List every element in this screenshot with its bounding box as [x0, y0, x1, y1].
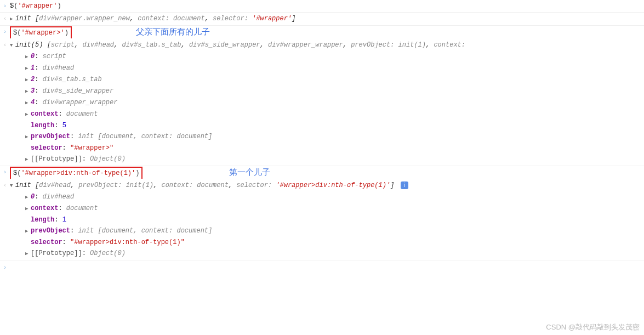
console-input-row[interactable]: › $('#wrapper>div:nth-of-type(1)') 第一个儿子	[0, 166, 644, 179]
property-row[interactable]: ▶4: div#wrapper_wrapper	[10, 97, 644, 109]
console-input-row[interactable]: › $('#wrapper>') 父亲下面所有的儿子	[0, 26, 644, 39]
expand-caret-icon[interactable]: ▶	[25, 154, 31, 165]
collapse-caret-icon[interactable]: ▼	[10, 180, 15, 191]
property-row[interactable]: ▶3: div#s_side_wrapper	[10, 86, 644, 97]
input-chevron-icon: ›	[0, 26, 10, 37]
console-output-row[interactable]: ‹ ▼init [div#head, prevObject: init(1), …	[0, 179, 644, 260]
highlighted-input: $('#wrapper>')	[10, 26, 72, 38]
expand-caret-icon[interactable]: ▶	[25, 226, 31, 237]
property-row[interactable]: length: 1	[10, 214, 644, 225]
result-summary: init	[15, 181, 35, 189]
console-output-row[interactable]: ‹ ▼init(5) [script, div#head, div#s_tab.…	[0, 39, 644, 166]
property-row[interactable]: ▶[[Prototype]]: Object(0)	[10, 154, 644, 165]
output-chevron-icon: ‹	[0, 13, 10, 24]
input-chevron-icon: ›	[0, 167, 10, 178]
property-row[interactable]: ▶prevObject: init [document, context: do…	[10, 225, 644, 237]
expand-caret-icon[interactable]: ▶	[25, 63, 31, 74]
console-input-row[interactable]: › $('#wrapper')	[0, 0, 644, 13]
output-chevron-icon: ‹	[0, 39, 10, 50]
output-chevron-icon: ‹	[0, 180, 10, 191]
collapse-caret-icon[interactable]: ▼	[10, 40, 15, 51]
property-row[interactable]: ▶context: document	[10, 203, 644, 214]
expand-caret-icon[interactable]: ▶	[25, 248, 31, 259]
expand-caret-icon[interactable]: ▶	[25, 132, 31, 143]
property-row[interactable]: ▶1: div#head	[10, 63, 644, 74]
info-icon[interactable]: i	[401, 181, 408, 189]
annotation-label: 父亲下面所有的儿子	[136, 26, 210, 37]
property-row[interactable]: ▶0: script	[10, 51, 644, 63]
expand-caret-icon[interactable]: ▶	[25, 109, 31, 120]
property-row[interactable]: ▶[[Prototype]]: Object(0)	[10, 248, 644, 259]
console-output-row[interactable]: ‹ ▶init [div#wrapper.wrapper_new, contex…	[0, 13, 644, 26]
property-row[interactable]: selector: "#wrapper>div:nth-of-type(1)"	[10, 237, 644, 248]
highlighted-input: $('#wrapper>div:nth-of-type(1)')	[10, 167, 143, 179]
expand-caret-icon[interactable]: ▶	[10, 14, 15, 25]
watermark-text: CSDN @敲代码敲到头发茂密	[546, 322, 640, 333]
input-chevron-icon: ›	[0, 262, 10, 273]
expand-caret-icon[interactable]: ▶	[25, 192, 31, 203]
result-summary: init(5)	[15, 41, 47, 49]
property-row[interactable]: selector: "#wrapper>"	[10, 143, 644, 154]
expand-caret-icon[interactable]: ▶	[25, 86, 31, 97]
expand-caret-icon[interactable]: ▶	[25, 52, 31, 63]
console-prompt[interactable]: ›	[0, 260, 644, 273]
expand-caret-icon[interactable]: ▶	[25, 98, 31, 109]
property-row[interactable]: ▶2: div#s_tab.s_tab	[10, 74, 644, 86]
property-row[interactable]: length: 5	[10, 120, 644, 131]
result-summary: init [div#wrapper.wrapper_new, context: …	[15, 15, 295, 22]
expand-caret-icon[interactable]: ▶	[25, 203, 31, 214]
annotation-label: 第一个儿子	[229, 167, 270, 178]
input-chevron-icon: ›	[0, 1, 10, 12]
property-row[interactable]: ▶0: div#head	[10, 191, 644, 203]
property-row[interactable]: ▶context: document	[10, 109, 644, 120]
property-row[interactable]: ▶prevObject: init [document, context: do…	[10, 131, 644, 143]
expand-caret-icon[interactable]: ▶	[25, 75, 31, 86]
